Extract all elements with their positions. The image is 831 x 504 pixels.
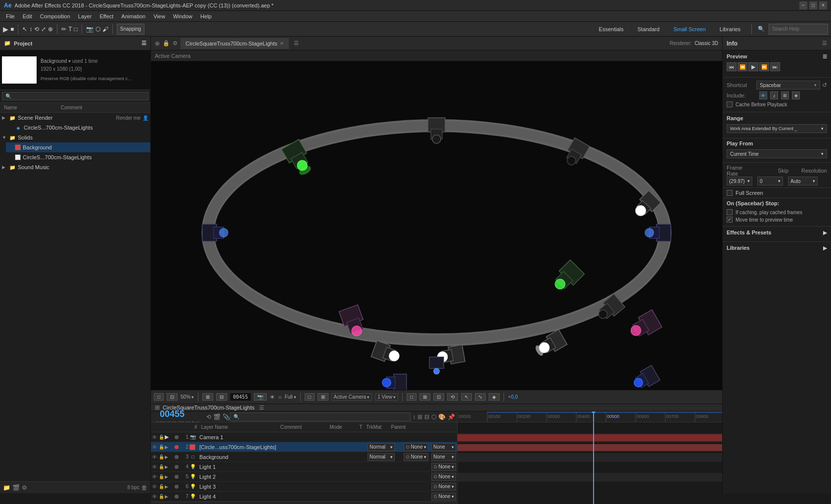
layer2-parent-final[interactable]: None ▾	[431, 443, 456, 451]
layer6-eye[interactable]: 👁	[152, 484, 158, 490]
include-video-icon[interactable]: 👁	[759, 92, 767, 99]
tool2-icon[interactable]: ↕	[29, 26, 32, 33]
layer6-name[interactable]: Light 3	[197, 484, 365, 490]
viewer-btn8[interactable]: ⤡	[475, 393, 486, 401]
layer2-name[interactable]: [Circle...uss700cm-StageLights]	[197, 444, 367, 450]
timeline-tool3[interactable]: 📎	[223, 413, 230, 420]
comp-tab-close[interactable]: ✕	[280, 41, 284, 46]
layer-row-3[interactable]: 👁 🔓 ▶ 3 □ Background Normal	[151, 452, 457, 462]
layer3-dot[interactable]	[175, 455, 179, 459]
timeline-tool1[interactable]: ⟲	[206, 413, 211, 420]
tl-btn3[interactable]: ⊟	[424, 413, 429, 420]
menu-window[interactable]: Window	[169, 12, 196, 20]
layer7-lock[interactable]: 🔓	[159, 494, 164, 499]
viewer-btn-sun[interactable]: ☀	[270, 394, 275, 401]
menu-composition[interactable]: Composition	[36, 12, 74, 20]
trash-btn[interactable]: 🗑	[141, 484, 147, 491]
layer3-mode-dropdown[interactable]: Normal ▾	[368, 453, 395, 461]
new-folder-btn[interactable]: 📁	[3, 484, 10, 491]
skip-end-btn[interactable]: ⏭	[770, 62, 780, 71]
full-screen-checkbox[interactable]	[727, 190, 733, 196]
layer3-expand[interactable]: ▶	[165, 455, 169, 459]
layer2-lock[interactable]: 🔓	[159, 445, 164, 450]
time-ruler[interactable]: 00000 00100 00200 00300 00400 00500	[458, 412, 722, 422]
viewer-btn4[interactable]: ⊞	[419, 393, 430, 401]
layer3-eye[interactable]: 👁	[152, 454, 158, 460]
layer6-expand[interactable]: ▶	[165, 484, 169, 489]
camera-tool-icon[interactable]: 📷	[86, 26, 93, 33]
preview-expand-icon[interactable]: ☰	[823, 54, 827, 59]
maximize-btn[interactable]: □	[809, 1, 817, 9]
layer7-name[interactable]: Light 4	[197, 494, 365, 500]
layer3-lock[interactable]: 🔓	[159, 455, 164, 459]
viewer-btn-circle[interactable]: ○	[278, 394, 281, 401]
layer-search-input[interactable]	[230, 412, 411, 421]
fr-res-field[interactable]: Auto ▾	[788, 177, 818, 185]
layer7-eye[interactable]: 👁	[152, 494, 158, 500]
effects-title[interactable]: Effects & Presets ▶	[727, 229, 827, 235]
include-audio-icon[interactable]: ♪	[770, 92, 778, 99]
tab-libraries[interactable]: Libraries	[715, 25, 745, 33]
layer6-dot[interactable]	[175, 485, 179, 489]
tree-item-circles1[interactable]: ◈ CircleS...700cm-StageLights	[6, 123, 150, 133]
tree-toggle-sound[interactable]: ▶	[2, 165, 7, 170]
layer2-dot[interactable]	[175, 445, 179, 449]
view-mode-dropdown[interactable]: 1 View ▾	[375, 393, 398, 401]
layer-row-5[interactable]: 👁 🔓 ▶ 5 💡 Light 2	[151, 472, 457, 482]
range-dropdown[interactable]: Work Area Extended By Current _ ▾	[727, 124, 827, 133]
layer3-parent-dropdown[interactable]: None ▾	[431, 453, 456, 461]
fr-rate-field[interactable]: (29.97) ▾	[727, 177, 752, 185]
fr-skip-field[interactable]: 0 ▾	[757, 177, 783, 185]
menu-edit[interactable]: Edit	[19, 12, 36, 20]
layer2-parent-dropdown[interactable]: ⊙ None ▾	[404, 443, 428, 451]
text-tool-icon[interactable]: T	[68, 26, 72, 33]
shortcut-dropdown[interactable]: Spacebar ▾	[756, 81, 820, 90]
viewer-btn6[interactable]: ⟲	[447, 393, 458, 401]
menu-file[interactable]: File	[2, 12, 19, 20]
viewer-btn3[interactable]: □	[407, 393, 416, 401]
tool3-icon[interactable]: ⟲	[34, 26, 39, 33]
search-help-input[interactable]	[769, 24, 828, 35]
tree-item-sound-music[interactable]: ▶ 📁 Sound Music	[0, 162, 150, 172]
shape-tool-icon[interactable]: □	[74, 26, 78, 33]
comp-tab-menu-icon[interactable]: ☰	[294, 40, 299, 46]
quality-control[interactable]: Full ▾	[284, 394, 296, 400]
minimize-btn[interactable]: −	[799, 1, 807, 9]
info-panel-menu[interactable]: ☰	[822, 40, 827, 46]
layer2-expand[interactable]: ▶	[165, 445, 169, 450]
tree-item-circles2[interactable]: CircleS...700cm-StageLights	[6, 152, 150, 162]
tl-btn1[interactable]: ↕	[413, 413, 416, 420]
layer5-dot[interactable]	[175, 475, 179, 479]
tab-standard[interactable]: Standard	[633, 25, 665, 33]
layer5-lock[interactable]: 🔓	[159, 474, 164, 479]
layer1-dot[interactable]	[175, 435, 179, 439]
layer2-mode-dropdown[interactable]: Normal ▾	[368, 443, 395, 451]
layer2-eye[interactable]: 👁	[152, 444, 158, 450]
layer4-expand[interactable]: ▶	[165, 464, 169, 469]
menu-view[interactable]: View	[149, 12, 169, 20]
layer7-expand[interactable]: ▶	[165, 494, 169, 499]
safe-zones-btn[interactable]: ⊞	[202, 393, 213, 401]
tree-item-background[interactable]: Background	[6, 142, 150, 152]
menu-help[interactable]: Help	[196, 12, 216, 20]
play-btn[interactable]: ▶	[3, 25, 8, 33]
close-btn[interactable]: ×	[819, 1, 827, 9]
pen-tool-icon[interactable]: ✏	[61, 26, 66, 33]
viewer-btn1[interactable]: □	[154, 393, 164, 401]
menu-effect[interactable]: Effect	[95, 12, 117, 20]
layer4-eye[interactable]: 👁	[152, 464, 158, 470]
layer-row-1[interactable]: 👁 🔓 ▶ 1 📷 Camera 1	[151, 432, 457, 442]
shortcut-reset-btn[interactable]: ↺	[822, 82, 827, 89]
prev-frame-btn[interactable]: ⏪	[738, 62, 747, 71]
layer5-parent-dropdown[interactable]: ⊙ None ▾	[431, 473, 456, 481]
layer7-dot[interactable]	[175, 495, 179, 499]
snapping-btn[interactable]: Snapping	[117, 24, 144, 35]
layer5-eye[interactable]: 👁	[152, 474, 158, 480]
layer1-lock[interactable]: 🔓	[159, 435, 164, 440]
tab-small-screen[interactable]: Small Screen	[668, 25, 710, 33]
project-menu-icon[interactable]: ☰	[141, 40, 146, 46]
time-display[interactable]: 00455	[156, 408, 199, 420]
cache-checkbox[interactable]	[727, 101, 733, 107]
viewer-btn5[interactable]: ⊡	[433, 393, 444, 401]
timeline-tool2[interactable]: 🎬	[213, 413, 221, 420]
